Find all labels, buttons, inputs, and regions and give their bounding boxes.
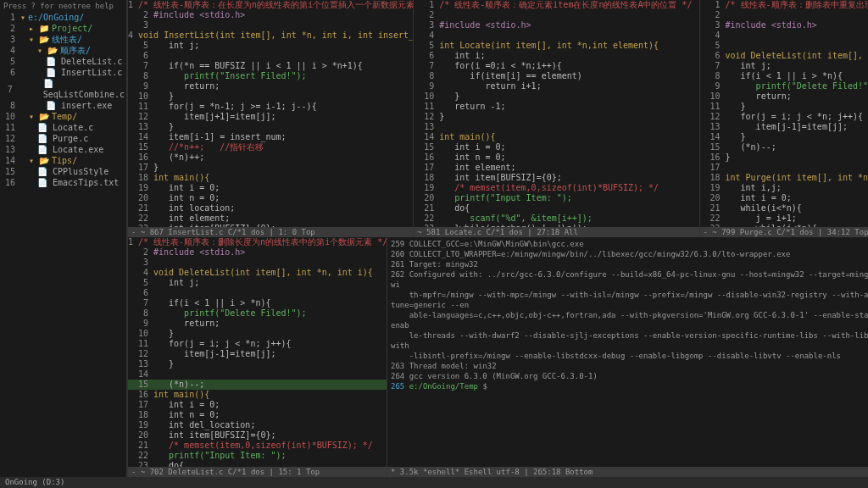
tree-item[interactable]: 15 📄 CPPlusStyle	[0, 166, 126, 177]
code-line[interactable]: 22 printf("Input Item: ");	[128, 451, 387, 461]
code-line[interactable]: 4	[700, 30, 869, 41]
tree-item[interactable]: 3▾ 📂线性表/	[0, 34, 126, 45]
code-line[interactable]: 10 }	[128, 329, 387, 339]
code-line[interactable]: 22 scanf("%d", &item[i++]);	[414, 214, 698, 224]
code-line[interactable]: 1/* 线性表-顺序表：确定元素item在长度n的线性表A中的位置 */	[414, 0, 698, 10]
code-line[interactable]: 3#include <stdio.h>	[414, 20, 698, 30]
code-line[interactable]: 21 do{	[414, 203, 698, 214]
tree-item[interactable]: 14▾ 📂Tips/	[0, 155, 126, 166]
code-line[interactable]: 17 int element;	[414, 163, 698, 173]
code-line[interactable]: 22 j = i+1;	[700, 214, 869, 224]
code-line[interactable]: 4void DeleteList(int item[], int *n, int…	[128, 268, 387, 278]
code-line[interactable]: 12 item[j+1]=item[j];	[128, 112, 413, 122]
code-line[interactable]: 6	[128, 288, 387, 298]
code-line[interactable]: 7 if(*n == BUFSIZ || i < 1 || i > *n+1){	[128, 61, 413, 71]
code-line[interactable]: 10 return;	[700, 92, 869, 102]
code-line[interactable]: 13 }	[128, 359, 387, 369]
code-line[interactable]: 21 /* memset(item,0,sizeof(int)*BUFSIZ);…	[128, 441, 387, 451]
code-line[interactable]: 5int Locate(int item[], int *n,int eleme…	[414, 41, 698, 51]
code-line[interactable]: 11 }	[700, 102, 869, 112]
code-line[interactable]: 9 return;	[128, 319, 387, 329]
code-line[interactable]: 16 (*n)++;	[128, 152, 413, 163]
pane-purge[interactable]: 1/* 线性表-顺序表：删除表中重复出现的元素 */23#include <st…	[699, 0, 869, 237]
code-line[interactable]: 11 for(j = *n-1; j >= i-1; j--){	[128, 102, 413, 112]
code-line[interactable]: 8 if(item[i] == element)	[414, 71, 698, 81]
code-line[interactable]: 20 int i = 0;	[700, 193, 869, 203]
code-line[interactable]: 21 int location;	[128, 203, 413, 214]
code-line[interactable]: 20 printf("Input Item: ");	[414, 193, 698, 203]
code-line[interactable]: 12 item[j-1]=item[j];	[128, 349, 387, 359]
code-line[interactable]: 9 return;	[128, 81, 413, 92]
code-line[interactable]: 12 for(j = i; j < *n; j++){	[700, 112, 869, 122]
code-line[interactable]: 19 int del_location;	[128, 420, 387, 430]
code-line[interactable]: 19 int i,j;	[700, 183, 869, 193]
code-line[interactable]: 14 }	[700, 132, 869, 142]
code-line[interactable]: 2	[700, 10, 869, 20]
pane-deletelist[interactable]: 1/* 线性表-顺序表：删除长度为n的线性表中的第i个数据元素 */2#incl…	[127, 237, 387, 477]
code-line[interactable]: 4void InsertList(int item[], int *n, int…	[128, 30, 413, 41]
code-line[interactable]: 13 }	[128, 122, 413, 132]
tree-item[interactable]: 13 📄 Locate.exe	[0, 144, 126, 155]
code-line[interactable]: 19 /* memset(item,0,sizeof(int)*BUFSIZ);…	[414, 183, 698, 193]
code-line[interactable]: 10 }	[414, 92, 698, 102]
tree-item[interactable]: 16 📄 EmacsTips.txt	[0, 177, 126, 188]
tree-item[interactable]: 8 📄 insert.exe	[0, 100, 126, 111]
code-line[interactable]: 1/* 线性表-顺序表：删除长度为n的线性表中的第i个数据元素 */	[128, 237, 387, 247]
code-line[interactable]: 13	[414, 122, 698, 132]
code-line[interactable]: 15 (*n)--;	[700, 142, 869, 152]
code-line[interactable]: 13 item[j-1]=item[j];	[700, 122, 869, 132]
code-line[interactable]: 5 int j;	[128, 278, 387, 288]
code-line[interactable]: 19 int i = 0;	[128, 183, 413, 193]
code-line[interactable]: 18 int n = 0;	[128, 410, 387, 420]
code-line[interactable]: 16int main(){	[128, 390, 387, 400]
code-line[interactable]: 8 if(i < 1 || i > *n){	[700, 71, 869, 81]
code-line[interactable]: 14int main(){	[414, 132, 698, 142]
tree-item[interactable]: 1▾e:/OnGoing/	[0, 12, 126, 23]
code-line[interactable]: 3	[128, 258, 387, 268]
code-line[interactable]: 2#include <stdio.h>	[128, 247, 387, 258]
code-line[interactable]: 9 printf("Delete Filed!");	[700, 81, 869, 92]
code-line[interactable]: 6	[128, 51, 413, 61]
pane-eshell[interactable]: 259 COLLECT_GCC=e:\MinGW\MinGW\bin\gcc.e…	[387, 237, 868, 477]
code-line[interactable]: 2	[414, 10, 698, 20]
tree-item[interactable]: 5 📄 DeleteList.c	[0, 56, 126, 67]
code-line[interactable]: 1/* 线性表-顺序表：在长度为n的线性表的第i个位置插入一个新数据元素item…	[128, 0, 413, 10]
tree-item[interactable]: 7 📄 SeqListCombine.c	[0, 78, 126, 100]
code-line[interactable]: 18int main(){	[128, 173, 413, 183]
pane-insertlist[interactable]: 1/* 线性表-顺序表：在长度为n的线性表的第i个位置插入一个新数据元素item…	[127, 0, 413, 237]
tree-item[interactable]: 11 📄 Locate.c	[0, 122, 126, 133]
code-line[interactable]: 5 int j;	[128, 41, 413, 51]
file-tree-sidebar[interactable]: Press ? for neotree help 1▾e:/OnGoing/2▸…	[0, 0, 127, 477]
code-line[interactable]: 17 int i = 0;	[128, 400, 387, 410]
tree-item[interactable]: 10▾ 📂Temp/	[0, 111, 126, 122]
code-line[interactable]: 12}	[414, 112, 698, 122]
code-line[interactable]: 11 return -1;	[414, 102, 698, 112]
code-line[interactable]: 9 return i+1;	[414, 81, 698, 92]
code-line[interactable]: 6 int i;	[414, 51, 698, 61]
code-line[interactable]: 10 }	[128, 92, 413, 102]
code-line[interactable]: 18 int item[BUFSIZ]={0};	[414, 173, 698, 183]
code-line[interactable]: 5	[700, 41, 869, 51]
code-line[interactable]: 8 printf("Insert Filed!");	[128, 71, 413, 81]
code-line[interactable]: 20 int item[BUFSIZ]={0};	[128, 430, 387, 441]
terminal-line[interactable]: 265 e:/OnGoing/Temp $	[391, 381, 868, 391]
code-line[interactable]: 16}	[700, 152, 869, 163]
tree-item[interactable]: 4▾ 📂顺序表/	[0, 45, 126, 56]
code-line[interactable]: 17}	[128, 163, 413, 173]
code-line[interactable]: 15 (*n)--;	[128, 380, 387, 390]
code-line[interactable]: 22 int element;	[128, 214, 413, 224]
code-line[interactable]: 17	[700, 163, 869, 173]
code-line[interactable]: 20 int n = 0;	[128, 193, 413, 203]
code-line[interactable]: 2#include <stdio.h>	[128, 10, 413, 20]
code-line[interactable]: 14 item[i-1] = insert_num;	[128, 132, 413, 142]
code-line[interactable]: 4	[414, 30, 698, 41]
tree-item[interactable]: 2▸ 📁Project/	[0, 23, 126, 34]
code-line[interactable]: 11 for(j = i; j < *n; j++){	[128, 339, 387, 349]
code-line[interactable]: 7 if(i < 1 || i > *n){	[128, 298, 387, 308]
code-line[interactable]: 1/* 线性表-顺序表：删除表中重复出现的元素 */	[700, 0, 869, 10]
code-line[interactable]: 18int Purge(int item[], int *n){	[700, 173, 869, 183]
code-line[interactable]: 7 int j;	[700, 61, 869, 71]
code-line[interactable]: 6void DeleteList(int item[], int *n, int…	[700, 51, 869, 61]
tree-item[interactable]: 12 📄 Purge.c	[0, 133, 126, 144]
code-line[interactable]: 8 printf("Delete Filed!");	[128, 308, 387, 319]
